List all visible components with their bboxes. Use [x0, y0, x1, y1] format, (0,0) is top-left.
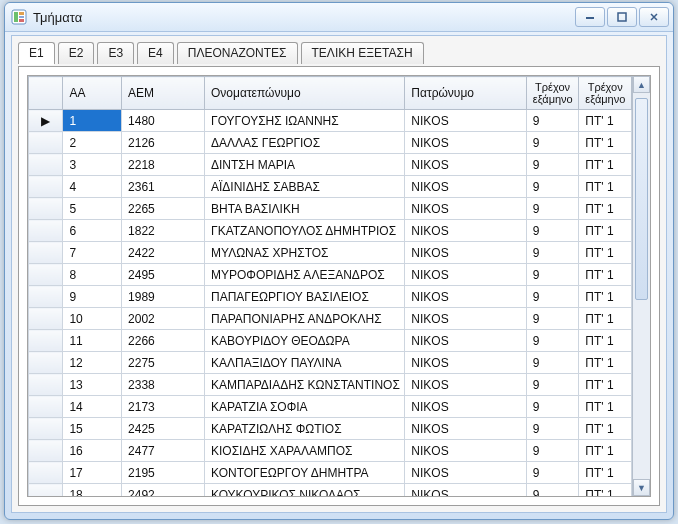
row-header[interactable]: ▶ [29, 110, 63, 132]
cell-name[interactable]: ΔΑΛΛΑΣ ΓΕΩΡΓΙΟΣ [205, 132, 405, 154]
cell-trex1[interactable]: 9 [526, 154, 579, 176]
cell-name[interactable]: ΔΙΝΤΣΗ ΜΑΡΙΑ [205, 154, 405, 176]
cell-patr[interactable]: NIKOS [405, 132, 526, 154]
cell-trex2[interactable]: ΠΤ' 1 [579, 418, 632, 440]
cell-patr[interactable]: NIKOS [405, 374, 526, 396]
row-header[interactable] [29, 418, 63, 440]
cell-patr[interactable]: NIKOS [405, 462, 526, 484]
table-row[interactable]: 61822ΓΚΑΤΖΑΝΟΠΟΥΛΟΣ ΔΗΜΗΤΡΙΟΣNIKOS9ΠΤ' 1 [29, 220, 632, 242]
cell-trex2[interactable]: ΠΤ' 1 [579, 330, 632, 352]
cell-aem[interactable]: 2361 [122, 176, 205, 198]
table-row[interactable]: 112266ΚΑΒΟΥΡΙΔΟΥ ΘΕΟΔΩΡΑNIKOS9ΠΤ' 1 [29, 330, 632, 352]
tab-e1[interactable]: E1 [18, 42, 55, 64]
col-aem[interactable]: AEM [122, 77, 205, 110]
cell-trex1[interactable]: 9 [526, 110, 579, 132]
cell-patr[interactable]: NIKOS [405, 352, 526, 374]
cell-trex1[interactable]: 9 [526, 308, 579, 330]
row-header[interactable] [29, 308, 63, 330]
tab-teliki-exetasi[interactable]: ΤΕΛΙΚΗ ΕΞΕΤΑΣΗ [301, 42, 424, 64]
cell-aa[interactable]: 15 [63, 418, 122, 440]
row-header[interactable] [29, 484, 63, 497]
cell-trex2[interactable]: ΠΤ' 1 [579, 286, 632, 308]
corner-header[interactable] [29, 77, 63, 110]
table-row[interactable]: 152425ΚΑΡΑΤΖΙΩΛΗΣ ΦΩΤΙΟΣNIKOS9ΠΤ' 1 [29, 418, 632, 440]
cell-trex1[interactable]: 9 [526, 484, 579, 497]
cell-name[interactable]: ΒΗΤΑ ΒΑΣΙΛΙΚΗ [205, 198, 405, 220]
titlebar[interactable]: Τμήματα [5, 3, 673, 32]
cell-aa[interactable]: 14 [63, 396, 122, 418]
tab-pleonazontes[interactable]: ΠΛΕΟΝΑΖΟΝΤΕΣ [177, 42, 298, 64]
tab-e3[interactable]: E3 [97, 42, 134, 64]
cell-trex2[interactable]: ΠΤ' 1 [579, 176, 632, 198]
cell-aem[interactable]: 2275 [122, 352, 205, 374]
cell-name[interactable]: ΚΑΜΠΑΡΔΙΑΔΗΣ ΚΩΝΣΤΑΝΤΙΝΟΣ [205, 374, 405, 396]
cell-aem[interactable]: 1989 [122, 286, 205, 308]
cell-trex1[interactable]: 9 [526, 176, 579, 198]
cell-aem[interactable]: 2173 [122, 396, 205, 418]
row-header[interactable] [29, 154, 63, 176]
cell-trex1[interactable]: 9 [526, 462, 579, 484]
cell-trex1[interactable]: 9 [526, 242, 579, 264]
row-header[interactable] [29, 286, 63, 308]
table-row[interactable]: 52265ΒΗΤΑ ΒΑΣΙΛΙΚΗNIKOS9ΠΤ' 1 [29, 198, 632, 220]
cell-name[interactable]: ΚΑΒΟΥΡΙΔΟΥ ΘΕΟΔΩΡΑ [205, 330, 405, 352]
table-row[interactable]: 142173ΚΑΡΑΤΖΙΑ ΣΟΦΙΑNIKOS9ΠΤ' 1 [29, 396, 632, 418]
maximize-button[interactable] [607, 7, 637, 27]
cell-trex1[interactable]: 9 [526, 220, 579, 242]
cell-aa[interactable]: 17 [63, 462, 122, 484]
cell-aa[interactable]: 11 [63, 330, 122, 352]
table-row[interactable]: 172195ΚΟΝΤΟΓΕΩΡΓΟΥ ΔΗΜΗΤΡΑNIKOS9ΠΤ' 1 [29, 462, 632, 484]
cell-name[interactable]: ΓΟΥΓΟΥΣΗΣ ΙΩΑΝΝΗΣ [205, 110, 405, 132]
cell-aa[interactable]: 12 [63, 352, 122, 374]
cell-trex2[interactable]: ΠΤ' 1 [579, 440, 632, 462]
cell-aa[interactable]: 5 [63, 198, 122, 220]
scroll-down-arrow[interactable]: ▼ [633, 479, 650, 496]
cell-name[interactable]: ΚΑΡΑΤΖΙΩΛΗΣ ΦΩΤΙΟΣ [205, 418, 405, 440]
cell-aem[interactable]: 2477 [122, 440, 205, 462]
cell-name[interactable]: ΑΪΔΙΝΙΔΗΣ ΣΑΒΒΑΣ [205, 176, 405, 198]
row-header[interactable] [29, 440, 63, 462]
cell-trex2[interactable]: ΠΤ' 1 [579, 132, 632, 154]
row-header[interactable] [29, 396, 63, 418]
cell-patr[interactable]: NIKOS [405, 154, 526, 176]
tab-e4[interactable]: E4 [137, 42, 174, 64]
table-row[interactable]: 42361ΑΪΔΙΝΙΔΗΣ ΣΑΒΒΑΣNIKOS9ΠΤ' 1 [29, 176, 632, 198]
cell-trex2[interactable]: ΠΤ' 1 [579, 242, 632, 264]
minimize-button[interactable] [575, 7, 605, 27]
cell-trex1[interactable]: 9 [526, 330, 579, 352]
table-row[interactable]: 22126ΔΑΛΛΑΣ ΓΕΩΡΓΙΟΣNIKOS9ΠΤ' 1 [29, 132, 632, 154]
cell-aem[interactable]: 2425 [122, 418, 205, 440]
cell-aa[interactable]: 13 [63, 374, 122, 396]
cell-aa[interactable]: 18 [63, 484, 122, 497]
cell-trex2[interactable]: ΠΤ' 1 [579, 484, 632, 497]
table-row[interactable]: 82495ΜΥΡΟΦΟΡΙΔΗΣ ΑΛΕΞΑΝΔΡΟΣNIKOS9ΠΤ' 1 [29, 264, 632, 286]
cell-patr[interactable]: NIKOS [405, 484, 526, 497]
cell-aa[interactable]: 6 [63, 220, 122, 242]
table-row[interactable]: ▶11480ΓΟΥΓΟΥΣΗΣ ΙΩΑΝΝΗΣNIKOS9ΠΤ' 1 [29, 110, 632, 132]
col-name[interactable]: Ονοματεπώνυμο [205, 77, 405, 110]
cell-trex2[interactable]: ΠΤ' 1 [579, 396, 632, 418]
cell-trex1[interactable]: 9 [526, 198, 579, 220]
row-header[interactable] [29, 352, 63, 374]
cell-aem[interactable]: 2002 [122, 308, 205, 330]
cell-aem[interactable]: 2218 [122, 154, 205, 176]
scroll-up-arrow[interactable]: ▲ [633, 76, 650, 93]
cell-trex1[interactable]: 9 [526, 352, 579, 374]
table-row[interactable]: 162477ΚΙΟΣΙΔΗΣ ΧΑΡΑΛΑΜΠΟΣNIKOS9ΠΤ' 1 [29, 440, 632, 462]
cell-trex2[interactable]: ΠΤ' 1 [579, 110, 632, 132]
data-grid[interactable]: AA AEM Ονοματεπώνυμο Πατρώνυμο Τρέχον εξ… [27, 75, 651, 497]
cell-aa[interactable]: 7 [63, 242, 122, 264]
cell-trex2[interactable]: ΠΤ' 1 [579, 462, 632, 484]
cell-name[interactable]: ΠΑΡΑΠΟΝΙΑΡΗΣ ΑΝΔΡΟΚΛΗΣ [205, 308, 405, 330]
cell-name[interactable]: ΠΑΠΑΓΕΩΡΓΙΟΥ ΒΑΣΙΛΕΙΟΣ [205, 286, 405, 308]
cell-trex1[interactable]: 9 [526, 374, 579, 396]
cell-trex2[interactable]: ΠΤ' 1 [579, 220, 632, 242]
cell-aa[interactable]: 2 [63, 132, 122, 154]
cell-trex2[interactable]: ΠΤ' 1 [579, 198, 632, 220]
row-header[interactable] [29, 242, 63, 264]
table-row[interactable]: 91989ΠΑΠΑΓΕΩΡΓΙΟΥ ΒΑΣΙΛΕΙΟΣNIKOS9ΠΤ' 1 [29, 286, 632, 308]
cell-patr[interactable]: NIKOS [405, 440, 526, 462]
cell-trex1[interactable]: 9 [526, 264, 579, 286]
cell-aa[interactable]: 9 [63, 286, 122, 308]
cell-name[interactable]: ΚΑΡΑΤΖΙΑ ΣΟΦΙΑ [205, 396, 405, 418]
